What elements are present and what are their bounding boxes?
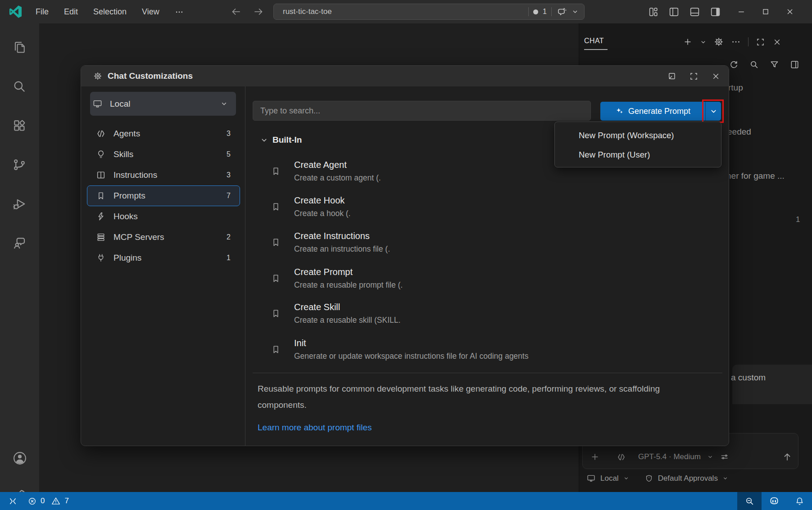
item-title: Create Skill	[294, 302, 340, 312]
expand-icon[interactable]	[756, 37, 765, 47]
minimize-icon[interactable]	[737, 7, 746, 16]
expand-icon[interactable]	[689, 72, 699, 81]
bookmark-icon	[271, 237, 281, 248]
sidebar-item-agents[interactable]: Agents 3	[87, 123, 240, 144]
remote-icon[interactable]	[8, 496, 18, 506]
warning-icon[interactable]	[51, 496, 61, 506]
command-center[interactable]: rust-tic-tac-toe 1	[273, 4, 585, 20]
list-item-create-instructions[interactable]: Create Instructions Create an instructio…	[271, 230, 712, 259]
gear-icon[interactable]	[714, 37, 724, 47]
sidebar-item-label: Agents	[113, 129, 140, 139]
sidebar-item-plugins[interactable]: Plugins 1	[87, 248, 240, 268]
layout-panel-icon[interactable]	[689, 6, 700, 18]
dialog-header[interactable]: Chat Customizations	[81, 66, 729, 86]
more-menu-icon[interactable]	[167, 7, 191, 16]
source-control-icon[interactable]	[12, 157, 27, 172]
chevron-down-icon[interactable]	[707, 454, 713, 460]
send-icon[interactable]	[782, 451, 793, 462]
extensions-icon[interactable]	[12, 118, 27, 133]
refresh-icon[interactable]	[729, 59, 739, 70]
sidebar-item-label: Skills	[113, 149, 133, 159]
sidebar-item-prompts[interactable]: Prompts 7	[87, 185, 240, 206]
divider	[253, 373, 722, 373]
list-item-create-prompt[interactable]: Create Prompt Create a reusable prompt f…	[271, 266, 712, 295]
item-desc: Create a reusable prompt file (.	[294, 280, 403, 290]
search-icon[interactable]	[749, 59, 759, 70]
filter-icon[interactable]	[769, 59, 780, 70]
close-icon[interactable]	[772, 37, 782, 47]
menu-view[interactable]: View	[134, 7, 167, 17]
sidebar-item-count: 1	[227, 254, 231, 262]
new-chat-plus-icon[interactable]	[683, 37, 693, 47]
forward-icon[interactable]	[253, 6, 264, 17]
chevron-down-icon[interactable]	[700, 39, 707, 45]
scope-selector[interactable]: Local	[90, 92, 236, 116]
error-icon[interactable]	[27, 496, 37, 506]
chevron-down-icon[interactable]	[572, 8, 579, 15]
copilot-chat-icon[interactable]	[556, 6, 567, 17]
chevron-down-icon[interactable]	[722, 475, 728, 481]
layout-grid-icon[interactable]	[648, 6, 659, 18]
section-built-in[interactable]: Built-In	[260, 135, 302, 145]
list-item-init[interactable]: Init Generate or update workspace instru…	[271, 337, 712, 366]
search-icon[interactable]	[12, 79, 27, 94]
scope-label: Local	[110, 99, 130, 109]
chevron-down-icon	[220, 100, 228, 108]
lightbulb-icon	[95, 149, 106, 159]
run-debug-icon[interactable]	[12, 196, 27, 212]
divider	[748, 37, 748, 46]
sidebar-item-mcp-servers[interactable]: MCP Servers 2	[87, 227, 240, 248]
layout-secondary-sidebar-icon[interactable]	[710, 6, 721, 18]
zap-icon	[95, 212, 106, 221]
mode-picker[interactable]: Local	[600, 474, 619, 483]
chevron-down-icon	[260, 136, 268, 144]
bell-icon[interactable]	[787, 492, 812, 510]
sidebar-item-count: 5	[227, 150, 231, 158]
warning-count[interactable]: 7	[64, 496, 68, 505]
sidebar-item-instructions[interactable]: Instructions 3	[87, 165, 240, 185]
menu-selection[interactable]: Selection	[86, 7, 134, 17]
sliders-icon[interactable]	[720, 452, 730, 462]
copilot-face-icon[interactable]	[762, 492, 787, 510]
sidebar-item-skills[interactable]: Skills 5	[87, 144, 240, 165]
modified-dot-icon	[533, 9, 538, 14]
sidebar-item-hooks[interactable]: Hooks	[87, 206, 240, 227]
maximize-icon[interactable]	[761, 7, 770, 16]
chat-icon[interactable]	[12, 235, 27, 251]
explorer-icon[interactable]	[12, 40, 27, 55]
section-label: Built-In	[272, 135, 302, 145]
window-title: rust-tic-tac-toe	[274, 7, 528, 16]
layout-sidebar-icon[interactable]	[668, 6, 680, 18]
attach-plus-icon[interactable]	[590, 452, 600, 462]
chevron-down-icon[interactable]	[623, 475, 629, 481]
close-icon[interactable]	[785, 7, 794, 16]
zoom-out-icon[interactable]	[737, 492, 762, 510]
generate-prompt-button[interactable]: Generate Prompt	[600, 102, 705, 121]
menu-item-new-prompt-user[interactable]: New Prompt (User)	[579, 146, 650, 164]
learn-more-link[interactable]: Learn more about prompt files	[258, 423, 372, 433]
vscode-logo	[9, 5, 23, 18]
book-icon	[95, 170, 106, 180]
search-input[interactable]	[253, 101, 591, 121]
item-title: Create Hook	[294, 195, 345, 206]
divider	[528, 7, 529, 16]
close-icon[interactable]	[711, 72, 721, 81]
open-in-editor-icon[interactable]	[667, 72, 676, 81]
chat-text-fragment: eeded	[727, 127, 751, 137]
model-picker[interactable]: GPT-5.4 · Medium	[638, 452, 701, 461]
list-item-create-hook[interactable]: Create Hook Create a hook (.	[271, 194, 712, 223]
account-icon[interactable]	[12, 450, 28, 466]
more-icon[interactable]	[731, 37, 741, 47]
list-item-create-skill[interactable]: Create Skill Create a reusable skill (SK…	[271, 301, 712, 330]
agent-icon[interactable]	[616, 452, 626, 462]
split-editor-icon[interactable]	[789, 59, 800, 70]
approvals-picker[interactable]: Default Approvals	[658, 474, 718, 483]
menu-edit[interactable]: Edit	[56, 7, 86, 17]
error-count[interactable]: 0	[41, 496, 45, 505]
menu-item-new-prompt-workspace[interactable]: New Prompt (Workspace)	[579, 126, 674, 144]
menu-file[interactable]: File	[28, 7, 56, 17]
sidebar-item-count: 7	[227, 192, 231, 200]
tab-chat[interactable]: CHAT	[584, 37, 604, 45]
back-icon[interactable]	[231, 6, 241, 17]
vscode-window: File Edit Selection View rust-tic-tac-to…	[0, 0, 812, 510]
